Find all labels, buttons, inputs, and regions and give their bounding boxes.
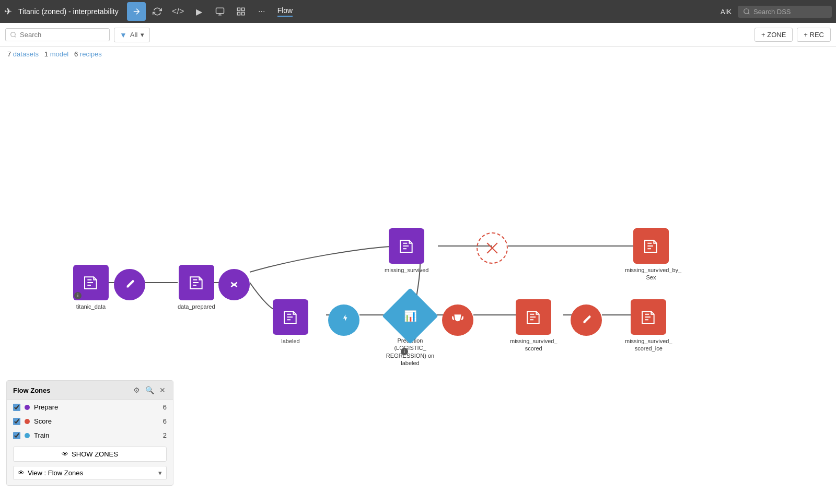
deploy-nav-btn[interactable] bbox=[211, 2, 229, 21]
missing-survived-scored-label: missing_survived_scored bbox=[510, 337, 557, 353]
zone-score-count: 6 bbox=[163, 417, 167, 425]
zone-train-name: Train bbox=[34, 431, 159, 439]
node-missing-survived-scored-ice[interactable]: missing_survived_scored_ice bbox=[625, 299, 672, 353]
node-missing-survived-scored[interactable]: missing_survived_scored bbox=[510, 299, 557, 353]
labeled-icon bbox=[273, 299, 308, 335]
zone-score-checkbox[interactable] bbox=[13, 418, 20, 425]
zone-train-checkbox[interactable] bbox=[13, 432, 20, 439]
zone-prepare-count: 6 bbox=[163, 403, 167, 411]
show-zones-btn[interactable]: 👁 SHOW ZONES bbox=[13, 447, 167, 462]
recipes-count: 6 bbox=[74, 50, 78, 58]
flow-canvas: i titanic_data data_prepared missing_sur… bbox=[0, 61, 836, 501]
brush-recipe-icon bbox=[571, 304, 602, 336]
svg-point-5 bbox=[744, 9, 749, 14]
svg-rect-1 bbox=[237, 8, 240, 10]
filter-icon: ▼ bbox=[120, 31, 127, 39]
flow-zones-panel: Flow Zones ⚙ 🔍 ✕ Prepare 6 Score 6 Train… bbox=[6, 380, 173, 486]
search-icon bbox=[10, 31, 17, 38]
missing-survived-label: missing_survived bbox=[385, 266, 428, 274]
svg-point-6 bbox=[11, 32, 16, 37]
data-prepared-icon bbox=[179, 265, 214, 300]
zone-row-prepare: Prepare 6 bbox=[7, 400, 173, 414]
node-data-prepared[interactable]: data_prepared bbox=[178, 265, 215, 310]
nav-flow-label: Flow bbox=[277, 6, 293, 17]
train-recipe-icon bbox=[328, 304, 359, 336]
node-brush-recipe[interactable] bbox=[571, 304, 602, 336]
search-input[interactable] bbox=[20, 31, 103, 39]
add-recipe-button[interactable]: + REC bbox=[797, 28, 831, 42]
titanic-data-label: titanic_data bbox=[76, 303, 106, 310]
node-missing-survived[interactable]: missing_survived bbox=[385, 228, 428, 274]
zones-title: Flow Zones bbox=[13, 386, 129, 394]
score-icon bbox=[477, 232, 508, 264]
global-search-input[interactable] bbox=[753, 8, 827, 16]
labeled-label: labeled bbox=[281, 337, 299, 345]
node-score-icon[interactable] bbox=[477, 232, 508, 264]
zone-row-score: Score 6 bbox=[7, 414, 173, 428]
model-count: 1 bbox=[44, 50, 48, 58]
zone-train-count: 2 bbox=[163, 431, 167, 439]
eye-icon: 👁 bbox=[62, 450, 68, 458]
nav-user: AIK bbox=[721, 8, 732, 16]
eye-icon2: 👁 bbox=[18, 469, 25, 477]
top-nav: ✈ Titanic (zoned) - interpretability </>… bbox=[0, 0, 836, 23]
node-trophy[interactable] bbox=[442, 304, 473, 336]
zones-search-btn[interactable]: 🔍 bbox=[144, 385, 155, 395]
zones-settings-btn[interactable]: ⚙ bbox=[132, 385, 141, 395]
node-missing-survived-by-sex[interactable]: missing_survived_by_Sex bbox=[625, 228, 677, 282]
flow-nav-btn[interactable] bbox=[127, 2, 146, 21]
chevron-down-icon: ▾ bbox=[158, 469, 162, 477]
global-search-icon bbox=[743, 8, 750, 15]
svg-rect-2 bbox=[241, 8, 244, 10]
datasets-link[interactable]: datasets bbox=[13, 50, 39, 58]
missing-survived-icon bbox=[389, 228, 424, 264]
view-zones-select[interactable]: 👁 View : Flow Zones ▾ bbox=[13, 466, 167, 480]
datasets-count: 7 bbox=[7, 50, 11, 58]
info-badge: i bbox=[74, 292, 82, 299]
recipes-link[interactable]: recipes bbox=[80, 50, 102, 58]
code-nav-btn[interactable]: </> bbox=[169, 2, 188, 21]
missing-survived-scored-ice-label: missing_survived_scored_ice bbox=[625, 337, 672, 353]
titanic-data-icon: i bbox=[73, 265, 109, 300]
prepare1-icon bbox=[114, 269, 145, 300]
svg-rect-4 bbox=[237, 13, 240, 15]
filter-dropdown[interactable]: ▼ All ▾ bbox=[114, 28, 150, 42]
refresh-nav-btn[interactable] bbox=[148, 2, 167, 21]
missing-survived-by-sex-label: missing_survived_by_Sex bbox=[625, 266, 677, 282]
zones-header: Flow Zones ⚙ 🔍 ✕ bbox=[7, 381, 173, 400]
filter-label: All bbox=[130, 31, 137, 39]
more-nav-btn[interactable]: ··· bbox=[252, 2, 271, 21]
node-train-recipe[interactable] bbox=[328, 304, 359, 336]
node-prepare1[interactable] bbox=[114, 269, 145, 300]
trophy-icon bbox=[442, 304, 473, 336]
data-prepared-label: data_prepared bbox=[178, 303, 215, 310]
zone-score-dot bbox=[25, 419, 30, 424]
node-prediction[interactable]: 📊 i Prediction (LOGISTIC_REGRESSION) onl… bbox=[384, 296, 436, 367]
global-search-area[interactable] bbox=[738, 6, 832, 18]
zone-prepare-checkbox[interactable] bbox=[13, 404, 20, 411]
zone-train-dot bbox=[25, 433, 30, 438]
toolbar: ▼ All ▾ + ZONE + REC bbox=[0, 23, 836, 47]
zone-prepare-dot bbox=[25, 405, 30, 410]
view-label: View : Flow Zones bbox=[28, 469, 155, 477]
search-box[interactable] bbox=[5, 28, 110, 41]
add-zone-button[interactable]: + ZONE bbox=[754, 28, 793, 42]
zones-close-btn[interactable]: ✕ bbox=[158, 385, 167, 395]
zone-score-name: Score bbox=[34, 417, 159, 425]
missing-survived-scored-ice-icon bbox=[631, 299, 666, 335]
zone-row-train: Train 2 bbox=[7, 428, 173, 442]
split-icon bbox=[218, 269, 250, 300]
node-titanic-data[interactable]: i titanic_data bbox=[73, 265, 109, 310]
show-zones-label: SHOW ZONES bbox=[72, 450, 118, 458]
app-title: Titanic (zoned) - interpretability bbox=[18, 7, 119, 16]
dashboard-nav-btn[interactable] bbox=[231, 2, 250, 21]
run-nav-btn[interactable]: ▶ bbox=[190, 2, 208, 21]
missing-survived-by-sex-icon bbox=[633, 228, 669, 264]
prediction-diamond: 📊 bbox=[382, 288, 438, 344]
filter-chevron: ▾ bbox=[141, 31, 144, 39]
node-labeled[interactable]: labeled bbox=[273, 299, 308, 345]
summary-bar: 7 datasets 1 model 6 recipes bbox=[0, 47, 836, 61]
missing-survived-scored-icon bbox=[516, 299, 551, 335]
model-link[interactable]: model bbox=[50, 50, 68, 58]
node-split[interactable] bbox=[218, 269, 250, 300]
